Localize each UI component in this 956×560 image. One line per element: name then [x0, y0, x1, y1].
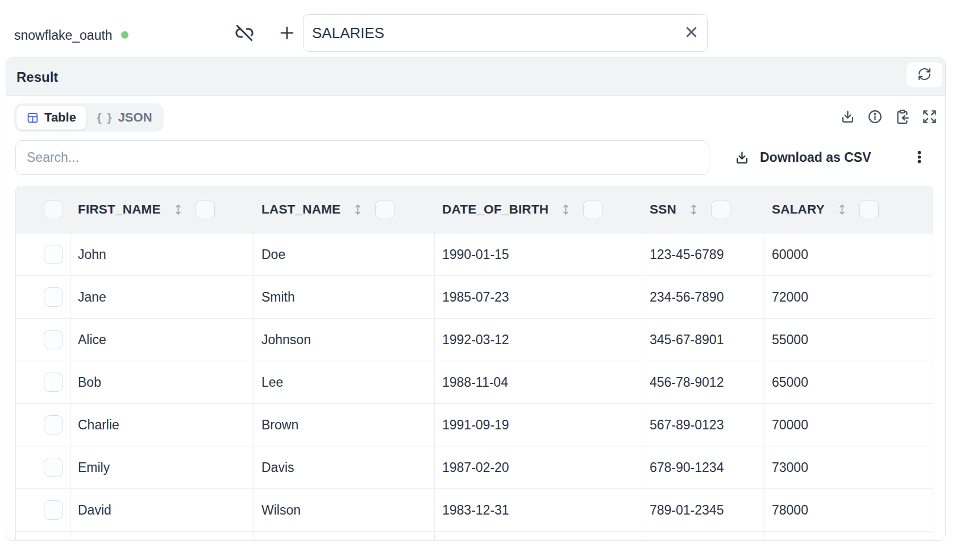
add-query-button[interactable] — [277, 24, 297, 43]
column-checkbox-SALARY[interactable] — [859, 200, 879, 219]
column-label: DATE_OF_BIRTH — [442, 202, 548, 217]
row-select-cell — [16, 276, 70, 318]
cell-LAST_NAME: Davis — [254, 446, 435, 488]
cell-DATE_OF_BIRTH: 1987-02-20 — [435, 446, 642, 488]
download-icon — [840, 109, 855, 126]
table-view-icon — [27, 112, 39, 124]
result-toolbar — [839, 106, 937, 129]
cell-empty — [642, 532, 764, 541]
cell-SSN: 123-45-6789 — [642, 233, 764, 275]
column-label: LAST_NAME — [261, 202, 340, 217]
cell-SALARY: 72000 — [764, 276, 933, 318]
column-label: FIRST_NAME — [78, 202, 161, 217]
cell-SALARY: 55000 — [764, 319, 933, 361]
plus-icon — [278, 24, 296, 44]
row-checkbox[interactable] — [44, 330, 63, 349]
table-name-field-wrap — [303, 14, 708, 52]
table-header-row: FIRST_NAMELAST_NAMEDATE_OF_BIRTHSSNSALAR… — [16, 186, 933, 233]
cell-FIRST_NAME: Jane — [70, 276, 254, 318]
search-input[interactable] — [15, 140, 709, 175]
cell-DATE_OF_BIRTH: 1985-07-23 — [435, 276, 642, 318]
row-checkbox[interactable] — [44, 373, 63, 392]
tab-json-label: JSON — [118, 110, 152, 125]
connection-bar: snowflake_oauth — [0, 0, 956, 57]
column-checkbox-LAST_NAME[interactable] — [375, 200, 394, 219]
cell-DATE_OF_BIRTH: 1992-03-12 — [435, 319, 642, 361]
row-checkbox[interactable] — [44, 500, 63, 520]
cell-SSN: 567-89-0123 — [642, 404, 764, 446]
cell-LAST_NAME: Lee — [254, 361, 435, 403]
row-select-cell — [16, 361, 70, 403]
cell-DATE_OF_BIRTH: 1990-01-15 — [435, 233, 642, 275]
select-all-checkbox[interactable] — [44, 200, 63, 219]
table-name-input[interactable] — [304, 15, 679, 51]
row-select-cell — [16, 319, 70, 361]
row-checkbox[interactable] — [44, 287, 63, 307]
cell-empty — [435, 532, 642, 541]
table-row: CharlieBrown1991-09-19567-89-012370000 — [16, 404, 933, 446]
result-header-bar: Result — [6, 58, 945, 96]
column-checkbox-SSN[interactable] — [711, 200, 730, 219]
cell-LAST_NAME: Wilson — [254, 489, 435, 531]
view-switcher: Table { } JSON — [14, 103, 164, 132]
cell-SALARY: 78000 — [764, 489, 933, 531]
row-select-cell — [16, 404, 70, 446]
row-checkbox[interactable] — [44, 245, 63, 264]
cell-LAST_NAME: Johnson — [254, 319, 435, 361]
result-panel: Result Table { } JSON — [6, 57, 946, 541]
refresh-icon — [917, 67, 932, 83]
sort-icon[interactable] — [836, 203, 848, 216]
cell-FIRST_NAME: Emily — [70, 446, 254, 488]
tab-table-label: Table — [44, 110, 76, 125]
expand-icon — [922, 109, 937, 126]
kebab-menu-icon — [912, 149, 927, 166]
download-csv-label: Download as CSV — [760, 150, 871, 165]
download-csv-button[interactable]: Download as CSV — [734, 140, 871, 175]
column-checkbox-FIRST_NAME[interactable] — [196, 200, 215, 219]
cell-empty — [70, 532, 254, 541]
download-button[interactable] — [839, 110, 855, 126]
column-checkbox-DATE_OF_BIRTH[interactable] — [583, 200, 602, 219]
column-label: SALARY — [772, 202, 825, 217]
expand-button[interactable] — [921, 110, 937, 126]
cell-FIRST_NAME: Bob — [70, 361, 254, 403]
sort-icon[interactable] — [560, 203, 572, 216]
cell-SSN: 234-56-7890 — [642, 276, 764, 318]
table-row: AliceJohnson1992-03-12345-67-890155000 — [16, 319, 933, 361]
cell-DATE_OF_BIRTH: 1988-11-04 — [435, 361, 642, 403]
sort-icon[interactable] — [352, 203, 364, 216]
header-select-cell — [16, 186, 70, 233]
cell-SSN: 789-01-2345 — [642, 489, 764, 531]
row-checkbox[interactable] — [44, 415, 63, 434]
row-checkbox[interactable] — [44, 458, 63, 477]
sort-icon[interactable] — [172, 203, 184, 216]
info-button[interactable] — [867, 110, 883, 126]
sort-icon[interactable] — [688, 203, 700, 216]
cell-SALARY: 73000 — [764, 446, 933, 488]
column-label: SSN — [650, 202, 676, 217]
unlink-icon — [235, 23, 254, 44]
cell-SALARY: 65000 — [764, 361, 933, 403]
cell-FIRST_NAME: Charlie — [70, 404, 254, 446]
clipboard-paste-icon — [895, 109, 910, 126]
cell-empty — [254, 532, 435, 541]
column-header-SALARY: SALARY — [764, 186, 933, 233]
cell-LAST_NAME: Brown — [254, 404, 435, 446]
refresh-button[interactable] — [907, 62, 942, 87]
row-select-cell — [16, 489, 70, 531]
connection-status-dot — [121, 31, 128, 39]
more-options-button[interactable] — [910, 140, 928, 175]
cell-SSN: 456-78-9012 — [642, 361, 764, 403]
tab-table[interactable]: Table — [16, 105, 87, 130]
tab-json[interactable]: { } JSON — [87, 105, 162, 130]
cell-empty — [16, 532, 70, 541]
cell-FIRST_NAME: John — [70, 233, 254, 275]
table-row: DavidWilson1983-12-31789-01-234578000 — [16, 489, 933, 532]
clear-table-name-button[interactable] — [679, 20, 704, 45]
table-row: JaneSmith1985-07-23234-56-789072000 — [16, 276, 933, 319]
disconnect-button[interactable] — [234, 23, 255, 44]
row-select-cell — [16, 446, 70, 488]
copy-to-clipboard-button[interactable] — [894, 110, 910, 126]
cell-LAST_NAME: Doe — [254, 233, 435, 275]
connection-name: snowflake_oauth — [14, 28, 113, 43]
